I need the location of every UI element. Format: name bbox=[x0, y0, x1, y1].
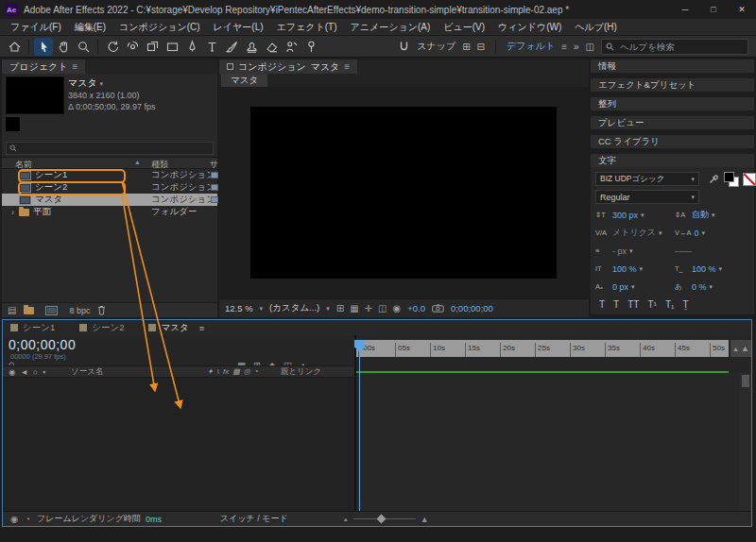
puppet-pin-tool-icon[interactable] bbox=[301, 38, 320, 56]
help-search-input[interactable] bbox=[618, 41, 747, 53]
panel-header-character[interactable]: 文字 bbox=[591, 154, 754, 167]
share-icon[interactable]: ◫ bbox=[586, 42, 594, 52]
parent-link-column-header[interactable]: 親とリンク bbox=[281, 366, 354, 378]
close-button[interactable]: ✕ bbox=[728, 0, 756, 19]
motion-blur-column-icon[interactable]: ◎ bbox=[244, 367, 250, 376]
timeline-timecode[interactable]: 0;00;00;00 bbox=[9, 337, 76, 352]
panel-header-preview[interactable]: プレビュー bbox=[591, 116, 754, 129]
subscript-button[interactable]: T₁ bbox=[665, 299, 674, 310]
timeline-tab-master[interactable]: マスタ bbox=[148, 322, 204, 334]
snap-icon[interactable] bbox=[398, 41, 410, 53]
eyedropper-icon[interactable] bbox=[709, 174, 719, 184]
stroke-width-control[interactable]: ≡ - px ▾ bbox=[595, 246, 671, 256]
zoom-slider-handle[interactable] bbox=[376, 515, 386, 524]
sort-ascending-icon[interactable]: ▲ bbox=[134, 159, 141, 165]
faux-bold-button[interactable]: T bbox=[599, 299, 605, 310]
source-name-column-header[interactable]: ソース名 bbox=[71, 366, 207, 378]
chevron-down-icon[interactable]: ▾ bbox=[712, 212, 715, 219]
kerning-control[interactable]: V/A メトリクス ▾ bbox=[595, 227, 671, 239]
font-family-select[interactable]: BIZ UDPゴシック ▾ bbox=[595, 172, 699, 186]
zoom-tool-icon[interactable] bbox=[74, 38, 93, 56]
leading-control[interactable]: ⇕A 自動 ▾ bbox=[675, 209, 750, 221]
tracking-control[interactable]: V↔A 0 ▾ bbox=[675, 229, 750, 238]
pan-behind-tool-icon[interactable] bbox=[143, 38, 162, 56]
panel-menu-icon[interactable]: ≡ bbox=[72, 61, 77, 72]
chevron-down-icon[interactable]: ▾ bbox=[659, 229, 662, 237]
font-style-select[interactable]: Regular ▾ bbox=[595, 190, 699, 204]
chevron-down-icon[interactable]: ▾ bbox=[631, 283, 635, 291]
viewer-canvas[interactable] bbox=[219, 87, 589, 298]
new-composition-icon[interactable] bbox=[45, 306, 58, 315]
resolution-value[interactable]: (カスタム...) bbox=[269, 302, 319, 314]
crosshair-icon[interactable]: ✛ bbox=[365, 303, 372, 313]
time-ruler[interactable]: :00s05s10s15s20s25s30s35s40s45s50s bbox=[356, 340, 729, 357]
マスタ[interactable]: マスタ コンポジション bbox=[2, 194, 217, 206]
composition-tab[interactable]: コンポジション マスタ ≡ bbox=[219, 59, 357, 74]
home-tool-icon[interactable] bbox=[5, 38, 24, 56]
panel-header-cc-libraries[interactable]: CC ライブラリ bbox=[591, 135, 754, 148]
frame-blend-column-icon[interactable]: ▦ bbox=[232, 367, 240, 376]
camera-tool-icon[interactable] bbox=[123, 38, 142, 56]
menu-item[interactable]: ビュー(V) bbox=[437, 21, 491, 34]
collapse-column-icon[interactable]: \ bbox=[217, 367, 219, 376]
all-caps-button[interactable]: TT bbox=[627, 299, 639, 310]
panel-header-effects-presets[interactable]: エフェクト&プリセット bbox=[591, 78, 754, 92]
3d-column-icon[interactable]: ◔ bbox=[254, 367, 259, 376]
平面[interactable]: › 平面 フォルダー bbox=[2, 206, 217, 218]
channel-icon[interactable]: ◉ bbox=[392, 303, 401, 313]
rotation-tool-icon[interactable] bbox=[103, 38, 122, 56]
clone-stamp-tool-icon[interactable] bbox=[242, 38, 261, 56]
effects-column-icon[interactable]: fx bbox=[223, 367, 229, 376]
snap-option-icon[interactable]: ⊞ bbox=[462, 42, 470, 52]
panel-header-info[interactable]: 情報 bbox=[591, 59, 754, 73]
video-column-icon[interactable]: ◉ bbox=[9, 367, 15, 377]
menu-item[interactable]: コンポジション(C) bbox=[112, 21, 207, 34]
chevron-down-icon[interactable]: ▾ bbox=[326, 305, 330, 313]
chevron-down-icon[interactable]: ▾ bbox=[99, 80, 103, 87]
superscript-button[interactable]: T¹ bbox=[647, 299, 656, 310]
panel-header-align[interactable]: 整列 bbox=[591, 97, 754, 110]
expander-icon[interactable]: › bbox=[11, 208, 19, 217]
underline-button[interactable]: Ṯ bbox=[682, 299, 688, 310]
no-color-swatch[interactable] bbox=[743, 173, 756, 186]
timeline-vertical-scrollbar[interactable] bbox=[740, 373, 751, 511]
shy-column-icon[interactable]: ✦ bbox=[207, 367, 214, 376]
menu-item[interactable]: ヘルプ(H) bbox=[568, 21, 624, 34]
color-depth-label[interactable]: 8 bpc bbox=[69, 306, 90, 315]
zoom-slider-track[interactable] bbox=[353, 518, 416, 519]
faux-italic-button[interactable]: T bbox=[613, 299, 619, 310]
interpret-footage-icon[interactable]: ▤ bbox=[8, 305, 16, 315]
menu-item[interactable]: レイヤー(L) bbox=[207, 21, 270, 34]
timeline-layer-list[interactable] bbox=[3, 378, 354, 511]
scrollbar-thumb[interactable] bbox=[742, 375, 749, 387]
mask-visibility-icon[interactable]: ▦ bbox=[350, 303, 358, 313]
snap-label[interactable]: スナップ bbox=[417, 40, 455, 53]
hand-tool-icon[interactable] bbox=[54, 38, 73, 56]
view-layout-icon[interactable]: ◫ bbox=[378, 303, 387, 313]
stroke-style-control[interactable]: —— bbox=[675, 246, 750, 256]
chevron-down-icon[interactable]: ▾ bbox=[702, 229, 706, 237]
timeline-track-area[interactable] bbox=[356, 373, 740, 511]
baseline-shift-control[interactable]: Aₐ 0 px ▾ bbox=[595, 282, 671, 292]
selection-tool-icon[interactable] bbox=[34, 38, 53, 56]
minimize-button[interactable]: ─ bbox=[671, 0, 699, 19]
pen-tool-icon[interactable] bbox=[182, 38, 201, 56]
magnification-value[interactable]: 12.5 % bbox=[225, 303, 253, 313]
snap-option-icon[interactable]: ⊟ bbox=[477, 42, 485, 52]
vertical-scale-control[interactable]: IT 100 % ▾ bbox=[595, 264, 671, 274]
grid-guides-icon[interactable]: ⊞ bbox=[336, 303, 344, 313]
type-tool-icon[interactable] bbox=[202, 38, 221, 56]
menu-item[interactable]: アニメーション(A) bbox=[343, 21, 437, 34]
composition-frame[interactable] bbox=[250, 107, 557, 279]
tsume-control[interactable]: あ 0 % ▾ bbox=[675, 282, 750, 292]
audio-column-icon[interactable]: ◄ bbox=[20, 367, 27, 377]
panel-menu-icon[interactable]: ≡ bbox=[344, 61, 350, 72]
font-size-control[interactable]: ⇕T 300 px ▾ bbox=[595, 211, 671, 220]
horizontal-scale-control[interactable]: T_ 100 % ▾ bbox=[675, 264, 750, 274]
menu-item[interactable]: ファイル(F) bbox=[4, 21, 68, 34]
current-time-indicator-line[interactable] bbox=[359, 340, 360, 511]
menu-item[interactable]: ウィンドウ(W) bbox=[491, 21, 568, 34]
lock-column-icon[interactable]: ▪ bbox=[43, 367, 45, 377]
roto-brush-tool-icon[interactable] bbox=[282, 38, 301, 56]
workspace-label[interactable]: デフォルト bbox=[507, 40, 555, 53]
